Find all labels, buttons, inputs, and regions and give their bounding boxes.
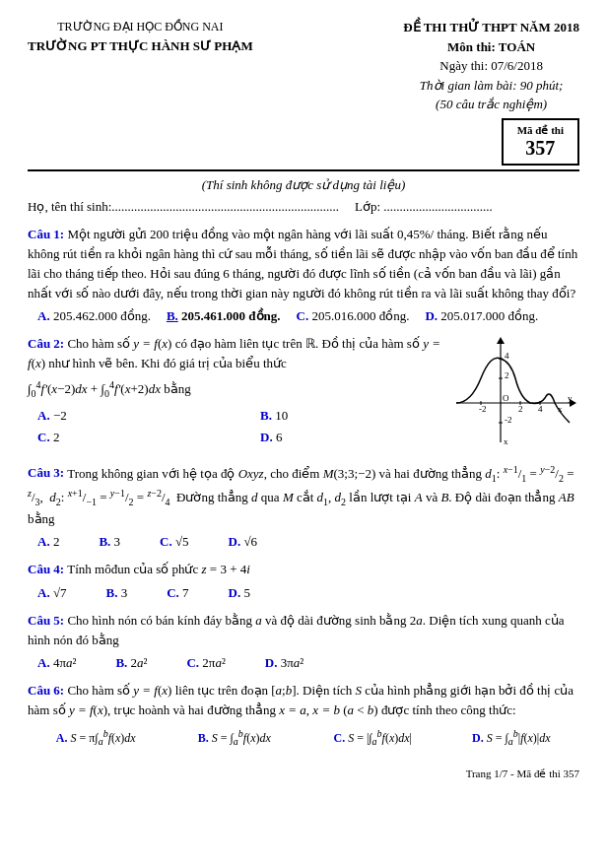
university-name: TRƯỜNG ĐẠI HỌC ĐỒNG NAI: [28, 18, 253, 36]
subject: Môn thi: TOÁN: [403, 37, 579, 57]
q3-choice-c: C. √5: [160, 532, 189, 552]
svg-text:y: y: [568, 393, 573, 403]
exam-title: ĐỀ THI THỬ THPT NĂM 2018: [403, 18, 579, 37]
q2-choice-a: A. −2: [37, 406, 221, 426]
exam-date: Ngày thi: 07/6/2018: [403, 56, 579, 76]
svg-text:2: 2: [518, 404, 523, 414]
divider-top: [28, 169, 579, 171]
q5-number: Câu 5:: [28, 613, 64, 628]
svg-text:-2: -2: [505, 415, 512, 425]
q5-text: Cho hình nón có bán kính đáy bằng a và đ…: [28, 613, 565, 647]
q1-choice-d-text: 205.017.000 đồng.: [440, 308, 538, 323]
student-name-label: Họ, tên thí sinh:.......................…: [28, 199, 339, 215]
no-use-notice: (Thí sinh không được sử dụng tài liệu): [28, 177, 579, 193]
q1-choice-a-label: A.: [37, 308, 50, 323]
q6-text: Cho hàm số y = f(x) liên tục trên đoạn […: [28, 683, 573, 717]
ma-de-number: 357: [517, 137, 564, 160]
q1-choice-c: C. 205.016.000 đồng.: [297, 306, 410, 326]
svg-text:O: O: [503, 393, 509, 403]
q1-choice-b: B. 205.461.000 đồng.: [167, 306, 281, 326]
q2-graph: O x y 2 4 x -2 4 2 -2: [451, 334, 579, 453]
q1-choice-a: A. 205.462.000 đồng.: [37, 306, 151, 326]
q6-choice-a: A. S = π∫abf(x)dx: [28, 726, 165, 750]
q3-choice-b: B. 3: [99, 532, 120, 552]
header: TRƯỜNG ĐẠI HỌC ĐỒNG NAI TRƯỜNG PT THỰC H…: [28, 18, 579, 114]
q4-choice-d: D. 5: [229, 583, 250, 603]
question-1: Câu 1: Một người gửi 200 triệu đồng vào …: [28, 225, 579, 327]
q5-choice-a: A. 4πa²: [37, 653, 76, 673]
svg-marker-2: [497, 337, 505, 344]
q5-choice-b: B. 2a²: [115, 653, 147, 673]
question-2: Câu 2: Cho hàm số y = f(x) có đạo hàm li…: [28, 334, 579, 453]
footer-text: Trang 1/7 - Mã đề thi 357: [466, 768, 579, 779]
school-name: TRƯỜNG PT THỰC HÀNH SƯ PHẠM: [28, 36, 253, 57]
student-info-row: Họ, tên thí sinh:.......................…: [28, 199, 579, 215]
exam-time2: (50 câu trắc nghiệm): [403, 95, 579, 114]
ma-de-label: Mã đề thi: [517, 124, 564, 137]
q1-choice-d: D. 205.017.000 đồng.: [425, 306, 538, 326]
q1-choice-d-label: D.: [425, 308, 438, 323]
question-6: Câu 6: Cho hàm số y = f(x) liên tục trên…: [28, 681, 579, 750]
q2-text-area: Câu 2: Cho hàm số y = f(x) có đạo hàm li…: [28, 334, 443, 453]
q2-integral: ∫04f'(x−2)dx + ∫04f'(x+2)dx bằng: [28, 377, 443, 401]
q1-choice-b-text: 205.461.000 đồng.: [181, 308, 280, 323]
q1-choices: A. 205.462.000 đồng. B. 205.461.000 đồng…: [37, 306, 579, 326]
q1-number: Câu 1:: [28, 227, 64, 241]
q1-choice-c-text: 205.016.000 đồng.: [311, 308, 409, 323]
student-class-label: Lớp: ..................................: [355, 199, 493, 215]
q4-choice-c: C. 7: [167, 583, 188, 603]
q6-choice-b: B. S = ∫abf(x)dx: [167, 726, 304, 750]
q3-number: Câu 3:: [28, 466, 64, 481]
q2-text: Cho hàm số y = f(x) có đạo hàm liên tục …: [28, 336, 440, 370]
q4-choice-b: B. 3: [106, 583, 128, 603]
header-left: TRƯỜNG ĐẠI HỌC ĐỒNG NAI TRƯỜNG PT THỰC H…: [28, 18, 253, 114]
exam-time1: Thời gian làm bài: 90 phút;: [403, 76, 579, 96]
svg-text:4: 4: [538, 404, 543, 414]
footer: Trang 1/7 - Mã đề thi 357: [28, 768, 579, 780]
q2-choice-b: B. 10: [260, 406, 443, 426]
question-4: Câu 4: Tính môđun của số phức z = 3 + 4i…: [28, 560, 579, 602]
q3-text: Trong không gian với hệ tọa độ Oxyz, cho…: [28, 466, 574, 527]
q1-choice-c-label: C.: [297, 308, 309, 323]
q2-number: Câu 2:: [28, 336, 64, 351]
q2-choice-d: D. 6: [260, 428, 443, 447]
q3-choices: A. 2 B. 3 C. √5 D. √6: [37, 532, 579, 552]
q6-choices: A. S = π∫abf(x)dx B. S = ∫abf(x)dx C. S …: [28, 726, 579, 750]
q3-choice-a: A. 2: [37, 532, 59, 552]
q2-choices: A. −2 B. 10 C. 2 D. 6: [37, 406, 443, 447]
q1-choice-b-label: B.: [167, 308, 178, 323]
q5-choices: A. 4πa² B. 2a² C. 2πa² D. 3πa²: [37, 653, 579, 673]
q1-choice-a-text: 205.462.000 đồng.: [53, 308, 151, 323]
q4-choice-a: A. √7: [37, 583, 67, 603]
question-5: Câu 5: Cho hình nón có bán kính đáy bằng…: [28, 611, 579, 673]
q3-choice-d: D. √6: [229, 532, 258, 552]
ma-de-box: Mã đề thi 357: [502, 118, 579, 166]
svg-text:2: 2: [505, 370, 509, 380]
q4-text: Tính môđun của số phức z = 3 + 4i: [67, 562, 250, 576]
svg-text:x: x: [504, 436, 508, 446]
svg-text:4: 4: [505, 351, 509, 361]
q6-number: Câu 6:: [28, 683, 64, 698]
q5-choice-d: D. 3πa²: [265, 653, 304, 673]
q6-choice-c: C. S = |∫abf(x)dx|: [304, 726, 441, 750]
q4-choices: A. √7 B. 3 C. 7 D. 5: [37, 583, 579, 603]
q2-choice-c: C. 2: [37, 428, 221, 447]
q6-choice-d: D. S = ∫ab|f(x)|dx: [443, 726, 580, 750]
q4-number: Câu 4:: [28, 562, 64, 576]
svg-text:-2: -2: [479, 404, 487, 414]
header-right: ĐỀ THI THỬ THPT NĂM 2018 Môn thi: TOÁN N…: [403, 18, 579, 114]
q5-choice-c: C. 2πa²: [186, 653, 225, 673]
question-3: Câu 3: Trong không gian với hệ tọa độ Ox…: [28, 461, 579, 552]
q1-text: Một người gửi 200 triệu đồng vào một ngâ…: [28, 227, 577, 300]
q2-graph-svg: O x y 2 4 x -2 4 2 -2: [451, 334, 579, 447]
